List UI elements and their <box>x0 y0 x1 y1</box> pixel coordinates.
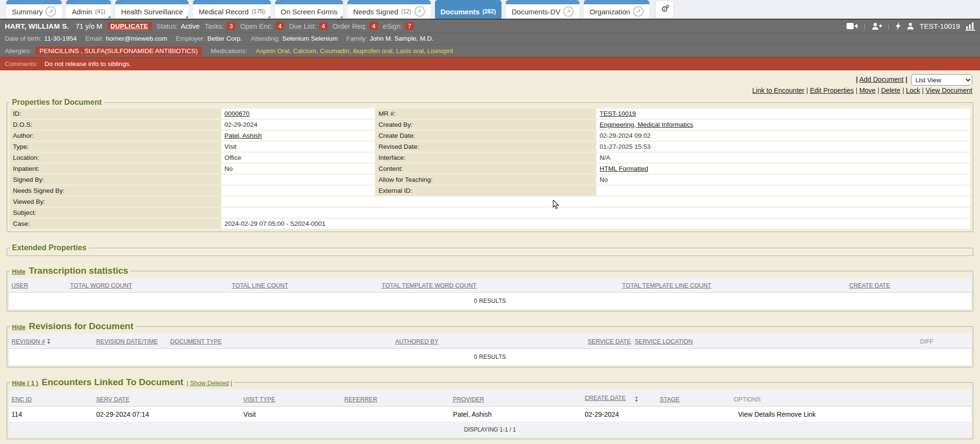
col-document-type[interactable]: DOCUMENT TYPE <box>170 338 222 345</box>
lock-link[interactable]: Lock <box>906 87 920 94</box>
external-link-icon[interactable]: ↗ <box>633 6 644 17</box>
family-value: John M. Sample, M.D. <box>370 35 434 42</box>
col-referrer[interactable]: REFERRER <box>344 396 377 403</box>
medication-link[interactable]: Lasix oral <box>396 47 424 55</box>
divider: | <box>856 87 859 94</box>
empty-results-text: 0 RESULTS <box>9 349 971 366</box>
counter-badge[interactable]: 4 <box>276 22 284 30</box>
col-enc-id[interactable]: ENC ID <box>11 396 32 403</box>
tab-documents-dv[interactable]: Documents-DV ↗ <box>506 0 579 19</box>
remove-link-link[interactable]: Remove Link <box>777 411 816 418</box>
add-user-icon[interactable] <box>871 22 882 30</box>
col-diff: DIFF <box>882 333 971 349</box>
options-cell: View Details Remove Link <box>731 406 971 422</box>
employer-value: Better Corp. <box>207 35 242 42</box>
col-provider[interactable]: PROVIDER <box>453 396 484 403</box>
tab-label: Documents-DV <box>512 8 560 16</box>
tab-health-surveillance[interactable]: Health Surveillance <box>115 0 189 19</box>
mr-number-link[interactable]: TEST-10019 <box>600 110 636 117</box>
tab-medical-record[interactable]: Medical Record (175) <box>193 0 270 19</box>
tab-accent-strip <box>193 0 270 4</box>
delete-link[interactable]: Delete <box>881 87 900 94</box>
counter-label: Due List: <box>289 22 316 30</box>
tab-organization[interactable]: Organization ↗ <box>584 0 649 19</box>
hide-encounters-link[interactable]: Hide ( 1 ) <box>12 379 38 387</box>
edit-properties-link[interactable]: Edit Properties <box>810 87 854 94</box>
hide-revisions-link[interactable]: Hide <box>12 323 25 331</box>
col-create-date[interactable]: CREATE DATE <box>849 282 891 289</box>
document-content: | Add Document | List View Link to Encou… <box>0 70 980 444</box>
property-value: No <box>597 175 970 185</box>
col-user[interactable]: USER <box>11 282 28 289</box>
col-serv-date[interactable]: SERV DATE <box>96 396 130 403</box>
tab-settings-button[interactable]: ⚙ ⚙ <box>655 0 674 19</box>
col-total-template-line-count[interactable]: TOTAL TEMPLATE LINE COUNT <box>622 282 711 289</box>
external-link-icon[interactable]: ↗ <box>45 6 56 17</box>
col-total-line-count[interactable]: TOTAL LINE COUNT <box>232 282 288 289</box>
comments-value: Do not release info to siblings. <box>45 60 131 67</box>
property-value: Office <box>222 153 375 163</box>
show-deleted-link[interactable]: Show Deleted <box>190 379 229 387</box>
property-row: Inpatient: No Content: HTML Formatted <box>10 164 970 174</box>
tab-label: On Screen Forms <box>281 8 337 16</box>
user-icon[interactable] <box>907 22 914 30</box>
counter-badge[interactable]: 3 <box>227 22 235 30</box>
col-create-date[interactable]: CREATE DATE <box>585 395 626 401</box>
tab-documents[interactable]: Documents (282) <box>435 0 502 19</box>
video-camera-icon[interactable] <box>846 22 858 30</box>
property-label: Viewed By: <box>10 197 221 207</box>
property-label: Type: <box>10 142 221 152</box>
hide-transcription-link[interactable]: Hide <box>12 268 25 275</box>
bar-chart-icon[interactable] <box>966 22 975 31</box>
allergy-badge[interactable]: PENICILLINS , SULFA(SULFONAMIDE ANTIBIOT… <box>35 46 202 56</box>
property-label: Subject: <box>10 208 221 218</box>
view-details-link[interactable]: View Details <box>738 411 775 418</box>
sort-descending-icon[interactable]: ↧ <box>634 396 639 403</box>
col-revision-datetime[interactable]: REVISION DATE/TIME <box>96 338 158 345</box>
medication-link[interactable]: Aspirin Oral <box>256 47 290 55</box>
add-document-link[interactable]: Add Document <box>859 76 904 83</box>
property-label: Interface: <box>376 153 596 163</box>
created-by-link[interactable]: Engineering, Medical Informatics <box>600 121 693 128</box>
counter-badge[interactable]: 4 <box>319 22 328 30</box>
medication-link[interactable]: Coumadin <box>320 47 349 55</box>
tab-summary[interactable]: Summary ↗ <box>6 0 62 19</box>
col-stage[interactable]: STAGE <box>660 396 679 403</box>
col-total-word-count[interactable]: TOTAL WORD COUNT <box>70 282 133 289</box>
external-link-icon[interactable]: ↗ <box>414 6 425 17</box>
document-id-link[interactable]: 0000670 <box>224 110 250 117</box>
encounter-row[interactable]: 114 02-29-2024 07:14 Visit Patel, Ashish… <box>9 406 971 422</box>
medication-link[interactable]: ibuprofen oral <box>353 47 393 55</box>
duplicate-badge[interactable]: DUPLICATE <box>107 22 152 30</box>
lightning-icon[interactable] <box>895 22 901 30</box>
property-label: Location: <box>10 153 221 163</box>
table-header-row: USER TOTAL WORD COUNT TOTAL LINE COUNT T… <box>9 278 971 293</box>
property-row: Needs Signed By: External ID: <box>10 186 970 196</box>
move-link[interactable]: Move <box>859 87 876 94</box>
col-service-date[interactable]: SERVICE DATE <box>588 338 631 345</box>
col-revision-number[interactable]: REVISION # <box>11 338 45 345</box>
link-to-encounter-link[interactable]: Link to Encounter <box>752 87 804 94</box>
sort-descending-icon[interactable]: ↧ <box>46 338 51 345</box>
col-service-location[interactable]: SERVICE LOCATION <box>635 338 692 345</box>
col-total-template-word-count[interactable]: TOTAL TEMPLATE WORD COUNT <box>382 282 477 289</box>
medication-link[interactable]: Lisinopril <box>427 47 453 55</box>
tab-on-screen-forms[interactable]: On Screen Forms <box>275 0 343 19</box>
view-select[interactable]: List View <box>911 74 972 86</box>
medication-link[interactable]: Calcium <box>293 47 316 55</box>
tab-needs-signed[interactable]: Needs Signed (12) ↗ <box>347 0 431 19</box>
tab-accent-strip <box>275 0 343 4</box>
property-row: ID: 0000670 MR #: TEST-10019 <box>10 109 970 119</box>
counter-badge[interactable]: 4 <box>369 22 378 30</box>
col-authored-by[interactable]: AUTHORED BY <box>395 338 438 345</box>
counter-badge[interactable]: 7 <box>405 22 414 30</box>
transcription-statistics-fieldset: Hide Transcription statistics USER TOTAL… <box>7 266 973 311</box>
view-document-link[interactable]: View Document <box>925 87 972 94</box>
col-visit-type[interactable]: VISIT TYPE <box>243 396 275 403</box>
external-link-icon[interactable]: ↗ <box>563 6 574 17</box>
divider: | <box>888 22 890 30</box>
tab-admin[interactable]: Admin (41) <box>66 0 111 19</box>
property-value: TEST-10019 <box>597 109 970 119</box>
author-link[interactable]: Patel, Ashish <box>224 132 262 139</box>
content-format-link[interactable]: HTML Formatted <box>600 165 648 172</box>
